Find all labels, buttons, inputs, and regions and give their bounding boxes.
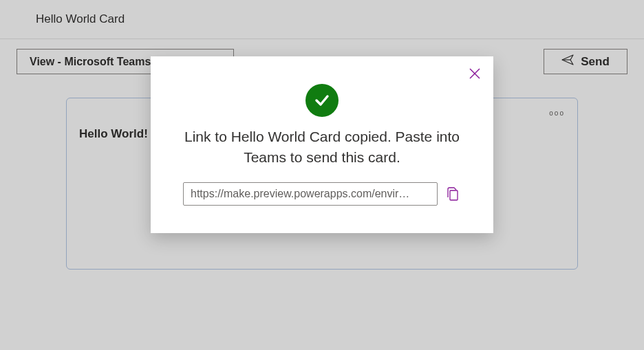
close-button[interactable] xyxy=(469,67,481,80)
svg-rect-3 xyxy=(450,190,458,200)
link-url-input[interactable] xyxy=(183,182,438,206)
url-row xyxy=(170,182,474,206)
copy-button[interactable] xyxy=(444,185,461,203)
success-icon xyxy=(305,84,339,117)
copy-icon xyxy=(446,186,460,201)
dialog-message: Link to Hello World Card copied. Paste i… xyxy=(170,127,474,168)
copy-link-dialog: Link to Hello World Card copied. Paste i… xyxy=(151,56,493,233)
